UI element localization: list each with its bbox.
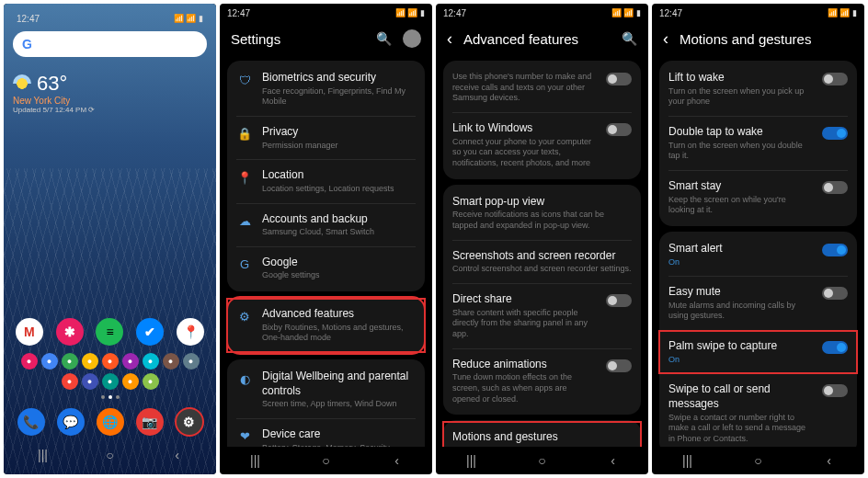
toggle-switch[interactable] — [822, 181, 848, 194]
list-item[interactable]: ⚙Advanced featuresBixby Routines, Motion… — [227, 299, 425, 352]
back-button[interactable]: ‹ — [820, 453, 839, 468]
toggle-switch[interactable] — [822, 384, 848, 397]
list-item[interactable]: Reduce animationsTune down motion effect… — [443, 349, 641, 414]
app-icon[interactable]: ● — [102, 373, 119, 390]
row-subtitle: Screen time, App timers, Wind Down — [262, 399, 416, 410]
row-subtitle: Swipe a contact or number right to make … — [668, 413, 813, 445]
app-icon[interactable]: ● — [122, 353, 139, 370]
row-icon: ❤ — [236, 428, 253, 445]
app-icon[interactable]: ● — [41, 353, 58, 370]
back-icon[interactable]: ‹ — [447, 29, 452, 49]
settings-screen: 12:47 📶 📶 ▮ Settings 🔍 🛡Biometrics and s… — [220, 4, 432, 474]
weather-widget[interactable]: 63° New York City Updated 5/7 12:44 PM ⟳ — [13, 72, 207, 114]
settings-list[interactable]: 🛡Biometrics and securityFace recognition… — [220, 55, 432, 447]
google-search-bar[interactable]: G — [13, 31, 207, 57]
weather-icon — [13, 74, 31, 93]
dock-icon[interactable]: 💬 — [57, 408, 85, 436]
page-title: Advanced features — [463, 31, 611, 47]
app-icon[interactable]: ● — [163, 353, 179, 370]
list-item[interactable]: 🛡Biometrics and securityFace recognition… — [227, 63, 425, 116]
app-folder[interactable]: ●●●●●●●●●●●●●● — [9, 353, 211, 390]
row-icon: G — [236, 256, 253, 273]
app-icon[interactable]: ● — [62, 353, 78, 370]
list-item[interactable]: ☁Accounts and backupSamsung Cloud, Smart… — [227, 204, 425, 246]
list-item[interactable]: GGoogleGoogle settings — [227, 247, 425, 290]
row-title: Double tap to wake — [668, 125, 813, 140]
search-icon[interactable]: 🔍 — [376, 31, 392, 46]
home-button[interactable]: ○ — [533, 453, 552, 468]
status-bar: 12:47 📶 📶 ▮ — [436, 4, 648, 22]
home-button[interactable]: ○ — [317, 453, 336, 468]
motions-list[interactable]: Lift to wakeTurn on the screen when you … — [652, 55, 864, 447]
app-icon[interactable]: ✱ — [56, 318, 84, 346]
app-icon[interactable]: ≡ — [96, 318, 123, 346]
dock-icon[interactable]: 📷 — [136, 408, 164, 436]
app-icon[interactable]: ● — [143, 353, 159, 370]
toggle-switch[interactable] — [822, 244, 848, 256]
list-item[interactable]: Palm swipe to captureOn — [659, 331, 857, 373]
settings-app-icon[interactable]: ⚙ — [176, 408, 203, 436]
list-item[interactable]: 📍LocationLocation settings, Location req… — [227, 160, 425, 202]
row-subtitle: Face recognition, Fingerprints, Find My … — [262, 86, 416, 108]
app-icon[interactable]: ● — [102, 353, 119, 370]
list-item[interactable]: Easy muteMute alarms and incoming calls … — [659, 277, 857, 330]
list-item[interactable]: Link to WindowsConnect your phone to you… — [443, 113, 641, 177]
list-item[interactable]: ◐Digital Wellbeing and parental controls… — [227, 361, 425, 418]
toggle-switch[interactable] — [822, 341, 848, 354]
recents-button[interactable]: ||| — [463, 453, 481, 468]
google-logo: G — [22, 37, 32, 51]
back-button[interactable]: ‹ — [604, 453, 622, 468]
temperature: 63° — [37, 72, 67, 96]
list-item[interactable]: Lift to wakeTurn on the screen when you … — [659, 63, 857, 116]
row-subtitle: Permission manager — [262, 141, 416, 152]
app-icon[interactable]: 📍 — [177, 318, 204, 346]
dock-icon[interactable]: 📞 — [17, 408, 45, 436]
home-screen: 12:47 📶 📶 ▮ G 63° New York City Updated … — [4, 4, 216, 474]
app-icon[interactable]: M — [16, 318, 43, 346]
list-item[interactable]: Direct shareShare content with specific … — [443, 284, 641, 348]
list-item[interactable]: Double tap to wakeTurn on the screen whe… — [659, 117, 857, 170]
app-icon[interactable]: ✔ — [136, 318, 164, 346]
advanced-list[interactable]: Use this phone's number to make and rece… — [436, 55, 648, 447]
search-icon[interactable]: 🔍 — [622, 31, 637, 46]
home-button[interactable]: ○ — [101, 448, 120, 462]
app-icon[interactable]: ● — [122, 373, 139, 390]
list-item[interactable]: Smart alertOn — [659, 233, 857, 276]
list-item[interactable]: Use this phone's number to make and rece… — [443, 63, 641, 112]
app-icon[interactable]: ● — [82, 373, 98, 390]
row-title: Smart pop-up view — [452, 195, 632, 210]
row-title: Lift to wake — [668, 71, 813, 85]
back-button[interactable]: ‹ — [388, 453, 406, 468]
back-icon[interactable]: ‹ — [663, 29, 668, 49]
row-title: Device care — [262, 427, 416, 442]
recents-button[interactable]: ||| — [34, 448, 52, 462]
app-icon[interactable]: ● — [82, 353, 98, 370]
toggle-switch[interactable] — [822, 287, 848, 300]
profile-avatar[interactable] — [403, 29, 421, 48]
toggle-switch[interactable] — [606, 294, 632, 307]
list-item[interactable]: ❤Device careBattery, Storage, Memory, Se… — [227, 419, 425, 447]
dock-icon[interactable]: 🌐 — [97, 408, 124, 436]
toggle-switch[interactable] — [822, 127, 848, 140]
list-item[interactable]: 🔒PrivacyPermission manager — [227, 117, 425, 159]
toggle-switch[interactable] — [822, 73, 848, 85]
list-item[interactable]: Smart stayKeep the screen on while you'r… — [659, 171, 857, 224]
list-item[interactable]: Motions and gesturesManage features rela… — [443, 422, 641, 447]
app-icon[interactable]: ● — [21, 353, 38, 370]
list-item[interactable]: Smart pop-up viewReceive notifications a… — [443, 187, 641, 240]
list-item[interactable]: Swipe to call or send messagesSwipe a co… — [659, 374, 857, 447]
app-icon[interactable]: ● — [62, 373, 78, 390]
list-item[interactable]: Screenshots and screen recorderControl s… — [443, 241, 641, 283]
app-icon[interactable]: ● — [143, 373, 159, 390]
row-title: Easy mute — [668, 285, 813, 300]
toggle-switch[interactable] — [606, 123, 632, 136]
row-title: Biometrics and security — [262, 71, 416, 85]
home-button[interactable]: ○ — [749, 453, 768, 468]
app-icon[interactable]: ● — [183, 353, 200, 370]
recents-button[interactable]: ||| — [246, 453, 265, 468]
recents-button[interactable]: ||| — [679, 453, 697, 468]
row-title: Accounts and backup — [262, 212, 416, 227]
toggle-switch[interactable] — [606, 359, 632, 372]
toggle-switch[interactable] — [606, 73, 632, 85]
back-button[interactable]: ‹ — [168, 448, 187, 462]
